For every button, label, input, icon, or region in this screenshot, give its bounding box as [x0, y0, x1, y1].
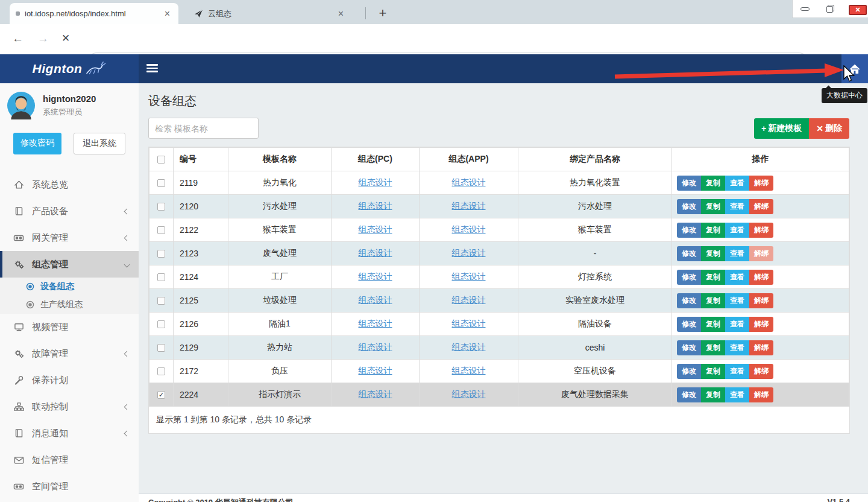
close-button[interactable]: × ✕ [843, 0, 868, 17]
view-button[interactable]: 查看 [725, 270, 749, 285]
app-design-link[interactable]: 组态设计 [452, 366, 486, 375]
edit-button[interactable]: 修改 [677, 176, 701, 191]
big-data-center-home-button[interactable] [841, 54, 868, 83]
unbind-button[interactable]: 解绑 [749, 387, 773, 402]
app-design-link[interactable]: 组态设计 [452, 224, 486, 234]
sidebar-item-gateway[interactable]: 网关管理 [0, 224, 139, 251]
sidebar-item-space[interactable]: 空间管理 [0, 473, 139, 500]
pc-design-link[interactable]: 组态设计 [359, 201, 392, 211]
select-all-checkbox[interactable] [157, 156, 165, 164]
row-checkbox[interactable] [157, 226, 165, 234]
pc-design-link[interactable]: 组态设计 [359, 366, 392, 375]
sidebar-item-fault[interactable]: 故障管理 [0, 340, 139, 367]
edit-button[interactable]: 修改 [677, 340, 701, 355]
copy-button[interactable]: 复制 [701, 387, 725, 402]
view-button[interactable]: 查看 [725, 364, 749, 379]
row-checkbox[interactable] [157, 179, 165, 187]
app-design-link[interactable]: 组态设计 [452, 201, 486, 211]
copy-button[interactable]: 复制 [701, 246, 725, 261]
row-checkbox[interactable] [157, 297, 165, 305]
pc-design-link[interactable]: 组态设计 [359, 342, 392, 352]
unbind-button[interactable]: 解绑 [749, 293, 773, 308]
pc-design-link[interactable]: 组态设计 [359, 177, 392, 187]
pc-design-link[interactable]: 组态设计 [359, 272, 392, 281]
logout-button[interactable]: 退出系统 [74, 133, 125, 154]
edit-button[interactable]: 修改 [677, 317, 701, 332]
app-design-link[interactable]: 组态设计 [452, 177, 486, 187]
app-design-link[interactable]: 组态设计 [452, 272, 486, 281]
view-button[interactable]: 查看 [725, 317, 749, 332]
view-button[interactable]: 查看 [725, 293, 749, 308]
forward-button[interactable]: → [37, 32, 49, 45]
restore-button[interactable] [818, 0, 843, 17]
stop-button[interactable]: ✕ [61, 32, 70, 45]
copy-button[interactable]: 复制 [701, 293, 725, 308]
copy-button[interactable]: 复制 [701, 364, 725, 379]
pc-design-link[interactable]: 组态设计 [359, 389, 392, 399]
unbind-button-disabled[interactable]: 解绑 [749, 246, 773, 261]
app-design-link[interactable]: 组态设计 [452, 295, 486, 305]
row-checkbox[interactable] [157, 273, 165, 281]
unbind-button[interactable]: 解绑 [749, 317, 773, 332]
sidebar-item-configuration[interactable]: 组态管理 [0, 251, 139, 278]
row-checkbox[interactable] [157, 344, 165, 352]
sidebar-item-sms[interactable]: 短信管理 [0, 446, 139, 473]
pc-design-link[interactable]: 组态设计 [359, 248, 392, 258]
app-design-link[interactable]: 组态设计 [452, 342, 486, 352]
change-password-button[interactable]: 修改密码 [13, 133, 61, 154]
view-button[interactable]: 查看 [725, 340, 749, 355]
tab-inactive[interactable]: 云组态 × [188, 3, 352, 24]
sidebar-item-production-line-configuration[interactable]: 生产线组态 [0, 296, 139, 314]
row-checkbox[interactable] [157, 250, 165, 258]
tab-close-icon[interactable]: × [336, 8, 346, 19]
sidebar-item-linkage-control[interactable]: 联动控制 [0, 393, 139, 420]
view-button[interactable]: 查看 [725, 387, 749, 402]
row-checkbox[interactable] [157, 203, 165, 211]
sidebar-item-device-configuration[interactable]: 设备组态 [0, 278, 139, 296]
copy-button[interactable]: 复制 [701, 317, 725, 332]
row-checkbox[interactable] [157, 320, 165, 328]
copy-button[interactable]: 复制 [701, 223, 725, 238]
minimize-button[interactable] [793, 0, 818, 17]
new-template-button[interactable]: +新建模板 [754, 118, 809, 139]
copy-button[interactable]: 复制 [701, 176, 725, 191]
edit-button[interactable]: 修改 [677, 293, 701, 308]
sidebar-item-system-overview[interactable]: 系统总览 [0, 171, 139, 198]
unbind-button[interactable]: 解绑 [749, 270, 773, 285]
edit-button[interactable]: 修改 [677, 246, 701, 261]
unbind-button[interactable]: 解绑 [749, 199, 773, 214]
hamburger-menu-button[interactable] [146, 64, 158, 74]
row-checkbox[interactable] [157, 367, 165, 375]
edit-button[interactable]: 修改 [677, 387, 701, 402]
delete-button[interactable]: ✕删除 [809, 118, 849, 139]
search-input[interactable] [148, 118, 259, 139]
app-design-link[interactable]: 组态设计 [452, 319, 486, 328]
app-design-link[interactable]: 组态设计 [452, 248, 486, 258]
unbind-button[interactable]: 解绑 [749, 340, 773, 355]
copy-button[interactable]: 复制 [701, 270, 725, 285]
edit-button[interactable]: 修改 [677, 364, 701, 379]
unbind-button[interactable]: 解绑 [749, 223, 773, 238]
new-tab-button[interactable]: + [373, 3, 393, 24]
view-button[interactable]: 查看 [725, 199, 749, 214]
view-button[interactable]: 查看 [725, 246, 749, 261]
sidebar-item-maintenance[interactable]: 保养计划 [0, 367, 139, 393]
app-design-link[interactable]: 组态设计 [452, 389, 486, 399]
sidebar-item-product-devices[interactable]: 产品设备 [0, 198, 139, 224]
copy-button[interactable]: 复制 [701, 340, 725, 355]
sidebar-item-video[interactable]: 视频管理 [0, 314, 139, 340]
tab-close-icon[interactable]: × [162, 8, 172, 19]
sidebar-item-message-notice[interactable]: 消息通知 [0, 420, 139, 446]
unbind-button[interactable]: 解绑 [749, 176, 773, 191]
pc-design-link[interactable]: 组态设计 [359, 295, 392, 305]
view-button[interactable]: 查看 [725, 223, 749, 238]
row-checkbox-checked[interactable]: ✓ [157, 391, 165, 399]
pc-design-link[interactable]: 组态设计 [359, 319, 392, 328]
edit-button[interactable]: 修改 [677, 199, 701, 214]
unbind-button[interactable]: 解绑 [749, 364, 773, 379]
tab-active[interactable]: iot.idosp.net/idosp/index.html × [10, 3, 178, 24]
edit-button[interactable]: 修改 [677, 270, 701, 285]
pc-design-link[interactable]: 组态设计 [359, 224, 392, 234]
view-button[interactable]: 查看 [725, 176, 749, 191]
copy-button[interactable]: 复制 [701, 199, 725, 214]
